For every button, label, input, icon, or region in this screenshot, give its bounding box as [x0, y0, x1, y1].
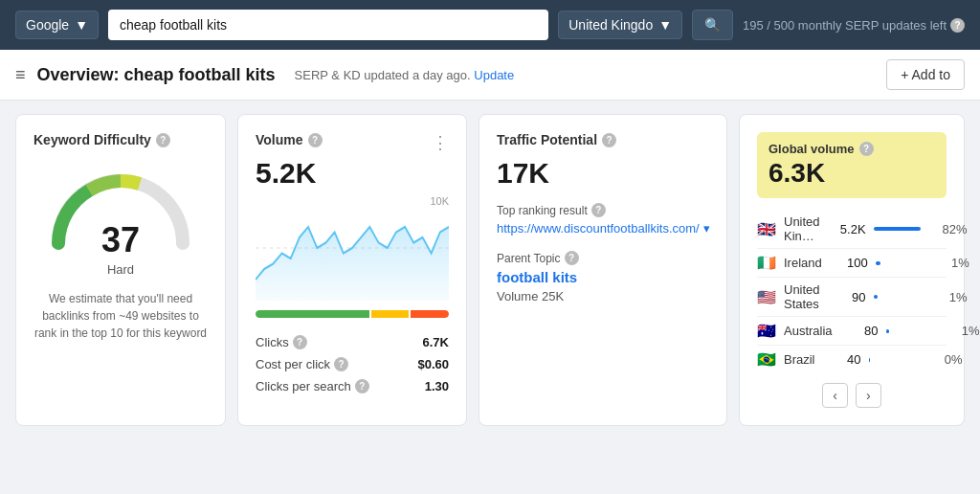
cps-help-icon[interactable]: ? [355, 379, 369, 393]
engine-label: Google [26, 17, 69, 33]
country-bar-wrap [869, 358, 926, 362]
vol-value: 5.2K [256, 157, 323, 190]
kd-help-icon[interactable]: ? [156, 133, 170, 147]
url-dropdown-icon: ▾ [703, 221, 710, 236]
country-pct: 82% [939, 222, 968, 236]
clicks-bar [256, 310, 449, 318]
country-bar-wrap [876, 261, 933, 265]
country-bar [874, 227, 921, 231]
country-flag: 🇺🇸 [757, 288, 776, 306]
clicks-label: Clicks ? [256, 335, 307, 349]
gv-countries-list: 🇬🇧 United Kin… 5.2K 82% 🇮🇪 Ireland 100 1… [757, 210, 947, 373]
vol-card-title: Volume ? [256, 132, 323, 147]
country-flag: 🇧🇷 [757, 350, 776, 369]
vol-more-icon[interactable]: ⋮ [432, 132, 449, 153]
gauge-container: 37 [33, 157, 208, 253]
add-to-button[interactable]: + Add to [886, 59, 965, 90]
tp-value: 17K [497, 157, 709, 190]
global-volume-card: Global volume ? 6.3K 🇬🇧 United Kin… 5.2K… [739, 114, 965, 426]
country-bar [869, 358, 871, 362]
cps-value: 1.30 [425, 379, 449, 393]
bar-orange [411, 310, 449, 318]
country-pct: 0% [934, 352, 963, 367]
country-row: 🇮🇪 Ireland 100 1% [757, 249, 947, 278]
country-pct: 1% [951, 324, 980, 338]
country-row: 🇦🇺 Australia 80 1% [757, 317, 947, 346]
country-bar-wrap [886, 329, 944, 333]
country-volume: 80 [840, 324, 879, 338]
updates-info: 195 / 500 monthly SERP updates left ? [743, 18, 965, 33]
cards-area: Keyword Difficulty ? 37 Hard We estimate… [0, 101, 980, 439]
parent-volume: Volume 25K [497, 289, 709, 303]
country-volume: 40 [823, 352, 861, 367]
country-row: 🇬🇧 United Kin… 5.2K 82% [757, 210, 947, 249]
country-label: United Kingdo [568, 17, 653, 33]
cpc-stat-row: Cost per click ? $0.60 [256, 353, 449, 375]
kd-description: We estimate that you'll need backlinks f… [33, 290, 208, 342]
engine-arrow: ▼ [75, 17, 88, 33]
top-ranking-help-icon[interactable]: ? [591, 203, 606, 217]
country-pct: 1% [941, 256, 969, 270]
cpc-help-icon[interactable]: ? [334, 357, 348, 371]
country-volume: 100 [830, 256, 868, 270]
gv-header-bg: Global volume ? 6.3K [757, 132, 947, 198]
cps-label: Clicks per search ? [256, 379, 369, 393]
country-name: United Kin… [784, 214, 820, 243]
update-notice: SERP & KD updated a day ago. Update [295, 68, 515, 82]
keyword-input[interactable] [108, 10, 548, 40]
gv-prev-button[interactable]: ‹ [822, 383, 848, 408]
country-bar [874, 295, 878, 299]
search-button[interactable]: 🔍 [692, 10, 733, 40]
country-row: 🇧🇷 Brazil 40 0% [757, 346, 947, 373]
country-selector[interactable]: United Kingdo ▼ [558, 11, 682, 39]
parent-topic-link[interactable]: football kits [497, 269, 709, 285]
vol-chart-max-label: 10K [430, 195, 449, 207]
gv-next-button[interactable]: › [856, 383, 881, 408]
cps-stat-row: Clicks per search ? 1.30 [256, 375, 449, 397]
clicks-stat-row: Clicks ? 6.7K [256, 331, 449, 353]
hamburger-menu[interactable]: ≡ [15, 65, 26, 85]
topbar: Google ▼ United Kingdo ▼ 🔍 195 / 500 mon… [0, 0, 980, 50]
cpc-label: Cost per click ? [256, 357, 348, 371]
keyword-difficulty-card: Keyword Difficulty ? 37 Hard We estimate… [15, 114, 226, 426]
country-row: 🇺🇸 United States 90 1% [757, 278, 947, 317]
update-link[interactable]: Update [474, 68, 514, 82]
country-flag: 🇬🇧 [757, 220, 776, 238]
page-title: Overview: cheap football kits [37, 65, 276, 85]
engine-selector[interactable]: Google ▼ [15, 11, 99, 39]
country-volume: 5.2K [828, 222, 866, 236]
headerbar: ≡ Overview: cheap football kits SERP & K… [0, 50, 980, 101]
vol-chart-svg [256, 195, 449, 301]
tp-help-icon[interactable]: ? [602, 133, 616, 147]
parent-topic-help-icon[interactable]: ? [565, 251, 579, 265]
country-name: United States [784, 282, 820, 311]
country-bar [876, 261, 880, 265]
country-bar-wrap [874, 227, 931, 231]
kd-score: 37 [101, 220, 140, 260]
vol-card-header: Volume ? 5.2K ⋮ [256, 132, 449, 195]
gv-help-icon[interactable]: ? [859, 142, 874, 156]
cpc-value: $0.60 [417, 357, 449, 371]
updates-help-icon[interactable]: ? [950, 18, 965, 33]
kd-card-title: Keyword Difficulty ? [33, 132, 208, 147]
country-name: Brazil [784, 352, 815, 367]
country-volume: 90 [828, 290, 866, 304]
volume-card: Volume ? 5.2K ⋮ 10K [237, 114, 467, 426]
top-ranking-url[interactable]: https://www.discountfootballkits.com/ ▾ [497, 221, 709, 236]
country-arrow: ▼ [658, 17, 672, 33]
vol-chart-area: 10K [256, 195, 449, 301]
vol-help-icon[interactable]: ? [308, 133, 323, 147]
clicks-help-icon[interactable]: ? [293, 335, 307, 349]
traffic-potential-card: Traffic Potential ? 17K Top ranking resu… [479, 114, 727, 426]
bar-green [256, 310, 369, 318]
tp-card-title: Traffic Potential ? [497, 132, 709, 147]
gv-navigation: ‹ › [757, 383, 947, 408]
gv-value: 6.3K [768, 158, 935, 189]
country-flag: 🇦🇺 [757, 322, 776, 340]
parent-topic-label: Parent Topic ? [497, 251, 709, 265]
kd-label: Hard [33, 262, 208, 277]
country-bar [886, 329, 890, 333]
country-pct: 1% [939, 290, 968, 304]
country-name: Australia [784, 324, 833, 338]
gv-label: Global volume ? [768, 142, 935, 156]
